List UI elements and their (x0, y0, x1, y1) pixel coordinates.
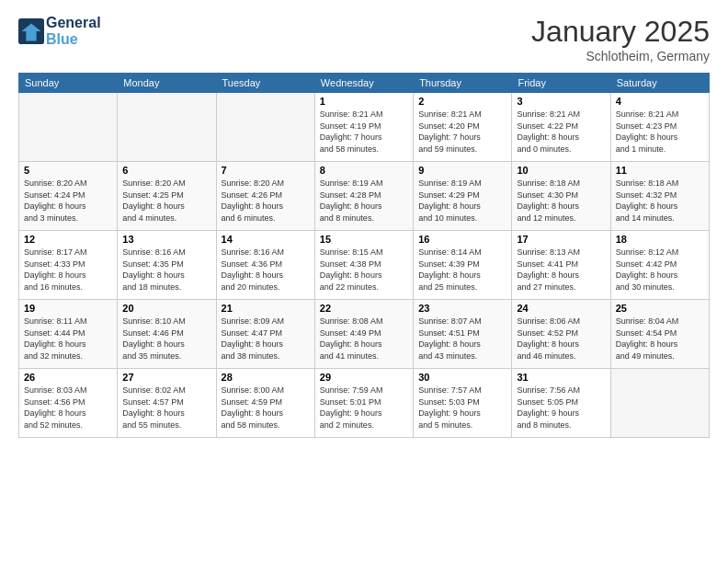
day-info: Sunrise: 8:12 AMSunset: 4:42 PMDaylight:… (616, 247, 704, 293)
day-number: 6 (122, 165, 210, 176)
day-number: 13 (122, 234, 210, 245)
day-info: Sunrise: 8:11 AMSunset: 4:44 PMDaylight:… (24, 316, 112, 362)
day-info: Sunrise: 8:00 AMSunset: 4:59 PMDaylight:… (222, 385, 310, 431)
day-info: Sunrise: 8:09 AMSunset: 4:47 PMDaylight:… (222, 316, 310, 362)
day-info: Sunrise: 8:15 AMSunset: 4:38 PMDaylight:… (320, 247, 408, 293)
calendar-cell: 25Sunrise: 8:04 AMSunset: 4:54 PMDayligh… (610, 300, 709, 369)
day-info: Sunrise: 8:08 AMSunset: 4:49 PMDaylight:… (320, 316, 408, 362)
page-header: General Blue January 2025 Schlotheim, Ge… (18, 15, 710, 63)
calendar-cell: 30Sunrise: 7:57 AMSunset: 5:03 PMDayligh… (414, 369, 512, 438)
location: Schlotheim, Germany (531, 49, 710, 63)
day-info: Sunrise: 8:21 AMSunset: 4:22 PMDaylight:… (517, 109, 605, 155)
calendar-cell: 16Sunrise: 8:14 AMSunset: 4:39 PMDayligh… (414, 231, 512, 300)
calendar-cell: 3Sunrise: 8:21 AMSunset: 4:22 PMDaylight… (512, 93, 610, 162)
calendar-cell (19, 93, 118, 162)
calendar-cell: 13Sunrise: 8:16 AMSunset: 4:35 PMDayligh… (118, 231, 216, 300)
day-info: Sunrise: 8:21 AMSunset: 4:19 PMDaylight:… (320, 109, 408, 155)
weekday-header-monday: Monday (118, 74, 216, 93)
day-info: Sunrise: 7:59 AMSunset: 5:01 PMDaylight:… (320, 385, 408, 431)
day-info: Sunrise: 8:14 AMSunset: 4:39 PMDaylight:… (418, 247, 506, 293)
day-number: 17 (517, 234, 605, 245)
day-number: 12 (24, 234, 112, 245)
day-info: Sunrise: 8:20 AMSunset: 4:25 PMDaylight:… (122, 178, 210, 224)
weekday-header-thursday: Thursday (414, 74, 512, 93)
day-number: 4 (616, 96, 704, 107)
calendar-cell: 9Sunrise: 8:19 AMSunset: 4:29 PMDaylight… (414, 162, 512, 231)
calendar-cell (216, 93, 314, 162)
calendar-cell: 7Sunrise: 8:20 AMSunset: 4:26 PMDaylight… (216, 162, 314, 231)
calendar-cell: 28Sunrise: 8:00 AMSunset: 4:59 PMDayligh… (216, 369, 314, 438)
calendar-cell: 15Sunrise: 8:15 AMSunset: 4:38 PMDayligh… (314, 231, 413, 300)
calendar-cell: 18Sunrise: 8:12 AMSunset: 4:42 PMDayligh… (610, 231, 709, 300)
calendar-cell: 24Sunrise: 8:06 AMSunset: 4:52 PMDayligh… (512, 300, 610, 369)
day-info: Sunrise: 8:03 AMSunset: 4:56 PMDaylight:… (24, 385, 112, 431)
day-number: 5 (24, 165, 112, 176)
day-number: 18 (616, 234, 704, 245)
calendar-cell: 29Sunrise: 7:59 AMSunset: 5:01 PMDayligh… (314, 369, 413, 438)
logo-line2: Blue (46, 31, 101, 48)
calendar-cell: 12Sunrise: 8:17 AMSunset: 4:33 PMDayligh… (19, 231, 118, 300)
day-number: 19 (24, 303, 112, 314)
day-info: Sunrise: 8:20 AMSunset: 4:24 PMDaylight:… (24, 178, 112, 224)
day-info: Sunrise: 8:18 AMSunset: 4:30 PMDaylight:… (517, 178, 605, 224)
day-number: 30 (418, 372, 506, 383)
calendar-cell (118, 93, 216, 162)
day-info: Sunrise: 8:20 AMSunset: 4:26 PMDaylight:… (222, 178, 310, 224)
day-info: Sunrise: 8:02 AMSunset: 4:57 PMDaylight:… (122, 385, 210, 431)
day-info: Sunrise: 8:07 AMSunset: 4:51 PMDaylight:… (418, 316, 506, 362)
day-number: 21 (222, 303, 310, 314)
day-number: 31 (517, 372, 605, 383)
day-number: 1 (320, 96, 408, 107)
logo-icon (18, 18, 44, 44)
title-block: January 2025 Schlotheim, Germany (531, 15, 710, 63)
day-info: Sunrise: 8:16 AMSunset: 4:36 PMDaylight:… (222, 247, 310, 293)
calendar-cell: 21Sunrise: 8:09 AMSunset: 4:47 PMDayligh… (216, 300, 314, 369)
day-info: Sunrise: 8:21 AMSunset: 4:20 PMDaylight:… (418, 109, 506, 155)
calendar-cell: 10Sunrise: 8:18 AMSunset: 4:30 PMDayligh… (512, 162, 610, 231)
day-number: 2 (418, 96, 506, 107)
day-info: Sunrise: 7:56 AMSunset: 5:05 PMDaylight:… (517, 385, 605, 431)
day-number: 27 (122, 372, 210, 383)
weekday-header-wednesday: Wednesday (314, 74, 413, 93)
day-number: 9 (418, 165, 506, 176)
day-number: 15 (320, 234, 408, 245)
day-info: Sunrise: 8:19 AMSunset: 4:29 PMDaylight:… (418, 178, 506, 224)
calendar-cell: 17Sunrise: 8:13 AMSunset: 4:41 PMDayligh… (512, 231, 610, 300)
calendar-cell: 19Sunrise: 8:11 AMSunset: 4:44 PMDayligh… (19, 300, 118, 369)
day-info: Sunrise: 8:04 AMSunset: 4:54 PMDaylight:… (616, 316, 704, 362)
logo: General Blue (18, 15, 101, 47)
calendar-cell: 4Sunrise: 8:21 AMSunset: 4:23 PMDaylight… (610, 93, 709, 162)
day-number: 22 (320, 303, 408, 314)
day-number: 23 (418, 303, 506, 314)
day-info: Sunrise: 8:21 AMSunset: 4:23 PMDaylight:… (616, 109, 704, 155)
calendar-cell: 8Sunrise: 8:19 AMSunset: 4:28 PMDaylight… (314, 162, 413, 231)
day-info: Sunrise: 8:19 AMSunset: 4:28 PMDaylight:… (320, 178, 408, 224)
day-number: 10 (517, 165, 605, 176)
day-number: 29 (320, 372, 408, 383)
calendar-cell: 22Sunrise: 8:08 AMSunset: 4:49 PMDayligh… (314, 300, 413, 369)
calendar-cell: 26Sunrise: 8:03 AMSunset: 4:56 PMDayligh… (19, 369, 118, 438)
day-number: 8 (320, 165, 408, 176)
day-number: 20 (122, 303, 210, 314)
day-number: 16 (418, 234, 506, 245)
calendar-cell: 2Sunrise: 8:21 AMSunset: 4:20 PMDaylight… (414, 93, 512, 162)
weekday-header-friday: Friday (512, 74, 610, 93)
calendar-cell: 31Sunrise: 7:56 AMSunset: 5:05 PMDayligh… (512, 369, 610, 438)
weekday-header-tuesday: Tuesday (216, 74, 314, 93)
calendar-cell (610, 369, 709, 438)
day-info: Sunrise: 8:18 AMSunset: 4:32 PMDaylight:… (616, 178, 704, 224)
calendar-cell: 6Sunrise: 8:20 AMSunset: 4:25 PMDaylight… (118, 162, 216, 231)
day-number: 26 (24, 372, 112, 383)
day-info: Sunrise: 7:57 AMSunset: 5:03 PMDaylight:… (418, 385, 506, 431)
calendar-cell: 5Sunrise: 8:20 AMSunset: 4:24 PMDaylight… (19, 162, 118, 231)
calendar-cell: 14Sunrise: 8:16 AMSunset: 4:36 PMDayligh… (216, 231, 314, 300)
month-title: January 2025 (531, 15, 710, 49)
day-info: Sunrise: 8:10 AMSunset: 4:46 PMDaylight:… (122, 316, 210, 362)
weekday-header-sunday: Sunday (19, 74, 118, 93)
day-number: 24 (517, 303, 605, 314)
day-number: 11 (616, 165, 704, 176)
calendar-cell: 20Sunrise: 8:10 AMSunset: 4:46 PMDayligh… (118, 300, 216, 369)
day-number: 7 (222, 165, 310, 176)
calendar-cell: 27Sunrise: 8:02 AMSunset: 4:57 PMDayligh… (118, 369, 216, 438)
day-info: Sunrise: 8:17 AMSunset: 4:33 PMDaylight:… (24, 247, 112, 293)
